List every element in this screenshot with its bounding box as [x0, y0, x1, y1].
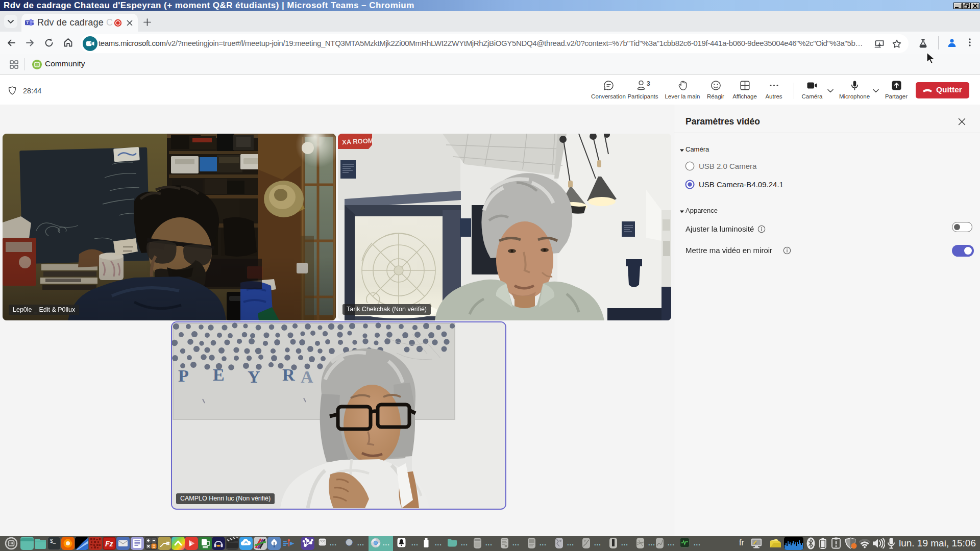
svg-text:Y: Y	[248, 367, 260, 386]
svg-text:A: A	[301, 367, 313, 386]
svg-text:3: 3	[647, 80, 650, 87]
svg-text:E: E	[213, 365, 225, 384]
svg-text:P: P	[178, 366, 189, 385]
svg-text:R: R	[282, 365, 295, 384]
svg-text:T: T	[26, 20, 29, 25]
svg-text:Fz: Fz	[105, 540, 113, 548]
